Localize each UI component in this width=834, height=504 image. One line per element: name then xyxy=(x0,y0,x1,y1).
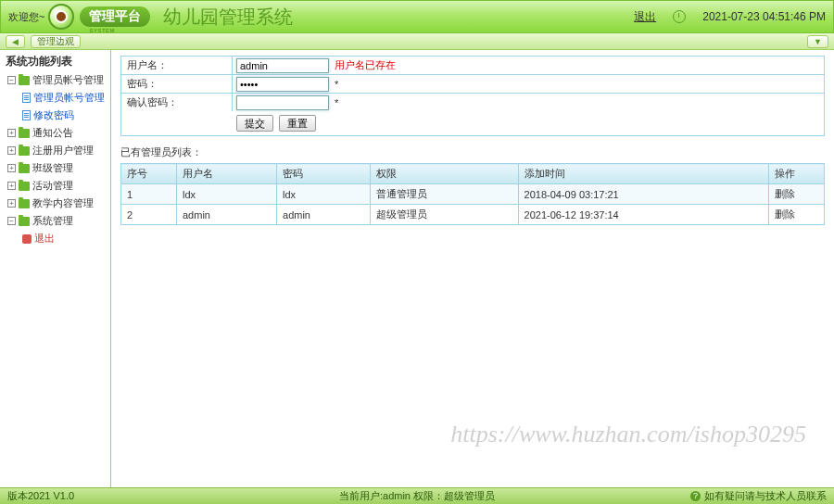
table-header: 权限 xyxy=(370,164,518,184)
table-cell: 超级管理员 xyxy=(370,205,518,225)
clock-icon xyxy=(673,10,686,23)
table-cell: admin xyxy=(177,205,277,225)
reset-button[interactable]: 重置 xyxy=(279,115,316,132)
required-mark: * xyxy=(335,97,338,108)
password-input[interactable] xyxy=(236,77,329,92)
confirm-input[interactable] xyxy=(236,95,329,110)
expand-icon[interactable]: + xyxy=(7,146,16,155)
tree-item-label[interactable]: 退出 xyxy=(34,232,55,246)
tree-item-label[interactable]: 注册用户管理 xyxy=(32,144,94,158)
tree-item-label[interactable]: 管理员帐号管理 xyxy=(33,91,105,105)
nav-tree: −管理员帐号管理管理员帐号管理修改密码+通知公告+注册用户管理+班级管理+活动管… xyxy=(0,71,110,247)
table-header: 操作 xyxy=(769,164,825,184)
form-row-username: 用户名： 用户名已存在 xyxy=(120,56,825,74)
table-header: 序号 xyxy=(121,164,177,184)
form-row-password: 密码： * xyxy=(120,74,825,93)
tree-item-label[interactable]: 修改密码 xyxy=(33,108,74,122)
delete-link[interactable]: 删除 xyxy=(775,188,795,199)
tree-item-label[interactable]: 系统管理 xyxy=(32,214,73,228)
tree-item[interactable]: −管理员帐号管理 xyxy=(4,71,110,89)
folder-icon xyxy=(19,199,30,208)
tree-item[interactable]: +注册用户管理 xyxy=(4,142,110,159)
folder-icon xyxy=(19,182,30,191)
tree-item[interactable]: −系统管理 xyxy=(4,212,110,230)
exit-icon xyxy=(22,234,32,244)
table-cell: ldx xyxy=(177,184,277,205)
sidebar: 系统功能列表 −管理员帐号管理管理员帐号管理修改密码+通知公告+注册用户管理+班… xyxy=(0,50,111,487)
footer: 版本2021 V1.0 当前用户:admin 权限：超级管理员 ? 如有疑问请与… xyxy=(0,487,834,504)
help-icon: ? xyxy=(690,491,701,501)
tree-item[interactable]: +教学内容管理 xyxy=(4,195,110,212)
back-button[interactable]: ◀ xyxy=(6,35,25,48)
folder-icon xyxy=(19,217,30,226)
sub-header: ◀ 管理边观 ▼ xyxy=(0,33,834,50)
tree-item[interactable]: +活动管理 xyxy=(4,177,110,195)
current-user-text: 当前用户:admin 权限：超级管理员 xyxy=(339,489,495,503)
arrow-down-icon: ▼ xyxy=(814,37,822,46)
folder-icon xyxy=(19,129,30,138)
app-header: 欢迎您~ 管理平台 PLATFORM SYSTEM 幼儿园管理系统 退出 202… xyxy=(0,0,834,33)
tree-item-label[interactable]: 通知公告 xyxy=(32,126,73,140)
folder-icon xyxy=(19,164,30,173)
table-cell-op: 删除 xyxy=(769,205,825,225)
password-label: 密码： xyxy=(121,75,233,93)
tree-item[interactable]: +通知公告 xyxy=(4,124,110,142)
support-text: 如有疑问请与技术人员联系 xyxy=(704,489,827,503)
table-header: 添加时间 xyxy=(518,164,768,184)
tree-item[interactable]: 修改密码 xyxy=(4,107,110,124)
expand-icon[interactable]: + xyxy=(7,129,16,137)
collapse-icon[interactable]: − xyxy=(7,217,16,225)
tree-item[interactable]: 退出 xyxy=(4,230,110,247)
datetime-text: 2021-07-23 04:51:46 PM xyxy=(702,10,826,23)
username-error: 用户名已存在 xyxy=(335,58,396,72)
sidebar-title: 系统功能列表 xyxy=(0,52,110,71)
document-icon xyxy=(22,93,31,103)
table-cell: 2018-04-09 03:17:21 xyxy=(518,184,768,205)
app-title: 幼儿园管理系统 xyxy=(163,5,293,30)
submit-button[interactable]: 提交 xyxy=(236,115,273,132)
form-row-confirm: 确认密码： * xyxy=(120,93,825,111)
welcome-text: 欢迎您~ xyxy=(8,10,44,24)
form-buttons: 提交 重置 xyxy=(120,111,825,136)
username-label: 用户名： xyxy=(121,57,233,74)
confirm-label: 确认密码： xyxy=(121,94,233,111)
document-icon xyxy=(22,110,31,120)
admin-table: 序号用户名密码权限添加时间操作 1ldxldx普通管理员2018-04-09 0… xyxy=(120,163,825,225)
expand-icon[interactable]: + xyxy=(7,182,16,190)
folder-icon xyxy=(19,146,30,156)
table-cell: 2 xyxy=(121,205,177,225)
logo-icon xyxy=(48,4,74,30)
logout-link[interactable]: 退出 xyxy=(634,9,656,25)
table-header: 用户名 xyxy=(177,164,277,184)
arrow-left-icon: ◀ xyxy=(12,37,19,46)
table-cell: 普通管理员 xyxy=(370,184,518,205)
version-text: 版本2021 V1.0 xyxy=(7,489,74,503)
platform-badge: 管理平台 PLATFORM SYSTEM xyxy=(80,6,150,27)
delete-link[interactable]: 删除 xyxy=(775,208,795,220)
table-cell: 2021-06-12 19:37:14 xyxy=(518,205,768,225)
table-row: 1ldxldx普通管理员2018-04-09 03:17:21删除 xyxy=(121,184,825,205)
tree-item-label[interactable]: 班级管理 xyxy=(32,161,73,175)
forward-button[interactable]: ▼ xyxy=(807,35,828,48)
expand-icon[interactable]: + xyxy=(7,164,16,172)
collapse-icon[interactable]: − xyxy=(7,76,16,84)
table-row: 2adminadmin超级管理员2021-06-12 19:37:14删除 xyxy=(121,205,825,225)
table-cell: 1 xyxy=(121,184,177,205)
table-cell: admin xyxy=(277,205,371,225)
tree-item[interactable]: 管理员帐号管理 xyxy=(4,89,110,107)
folder-icon xyxy=(19,76,30,85)
tree-item[interactable]: +班级管理 xyxy=(4,159,110,177)
table-cell-op: 删除 xyxy=(769,184,825,205)
expand-icon[interactable]: + xyxy=(7,199,16,208)
table-caption: 已有管理员列表： xyxy=(120,145,825,159)
tree-item-label[interactable]: 活动管理 xyxy=(32,179,73,193)
tree-item-label[interactable]: 教学内容管理 xyxy=(32,196,94,210)
overview-button[interactable]: 管理边观 xyxy=(31,35,81,48)
table-header: 密码 xyxy=(277,164,371,184)
username-input[interactable] xyxy=(236,58,329,73)
required-mark: * xyxy=(335,79,338,90)
table-cell: ldx xyxy=(277,184,371,205)
main-content: 用户名： 用户名已存在 密码： * 确认密码： * 提交 重置 已有管理员列表： xyxy=(111,50,834,487)
tree-item-label[interactable]: 管理员帐号管理 xyxy=(32,73,104,87)
